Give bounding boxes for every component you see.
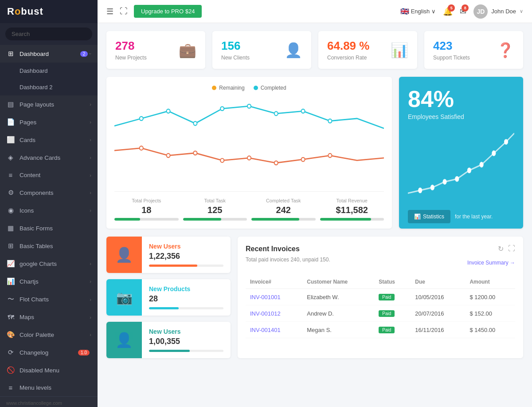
widget-content-new-users: New Users 1,22,356 bbox=[142, 237, 231, 273]
briefcase-icon: 💼 bbox=[179, 42, 196, 59]
notifications-button[interactable]: 🔔 5 bbox=[443, 7, 453, 16]
cell-invoice-id: INV-001401 bbox=[246, 322, 302, 338]
sidebar-label-basic-tables: Basic Tables bbox=[20, 243, 91, 249]
invoice-actions: ↻ ⛶ bbox=[498, 245, 515, 253]
camera-icon: 📷 bbox=[116, 290, 133, 305]
messages-button[interactable]: ✉ 8 bbox=[460, 7, 466, 16]
stat-value: 242 bbox=[251, 205, 316, 215]
sidebar-item-pages[interactable]: 📄 Pages › bbox=[0, 113, 98, 131]
progress-fill bbox=[251, 218, 299, 221]
invoice-summary-link[interactable]: Invoice Summary → bbox=[467, 260, 515, 266]
sidebar-label-maps: Maps bbox=[20, 314, 90, 320]
sidebar-item-dashboard[interactable]: ⊞ Dashboard 2 › bbox=[0, 45, 98, 63]
refresh-icon[interactable]: ↻ bbox=[498, 245, 504, 253]
disabled-icon: 🚫 bbox=[6, 366, 15, 374]
dashboard-badge: 2 bbox=[80, 51, 88, 57]
stat-cards: 278 New Projects 💼 156 New Clients 👤 64.… bbox=[106, 31, 523, 69]
stat-card-projects: 278 New Projects 💼 bbox=[106, 31, 205, 69]
widget-title-new-users-2: New Users bbox=[149, 328, 223, 335]
sidebar-item-dashboard-1[interactable]: Dashboard bbox=[0, 63, 98, 79]
statistics-button[interactable]: 📊 Statistics bbox=[408, 210, 450, 223]
chevron-icon: › bbox=[90, 315, 91, 320]
menu-toggle-icon[interactable]: ☰ bbox=[106, 7, 113, 16]
progress-bar bbox=[251, 218, 316, 221]
invoice-link[interactable]: INV-001401 bbox=[250, 327, 281, 333]
sidebar-item-flot-charts[interactable]: 〜 Flot Charts › bbox=[0, 290, 98, 308]
invoice-link[interactable]: INV-001001 bbox=[250, 294, 281, 300]
dot bbox=[247, 156, 251, 160]
satisfaction-percentage: 84% bbox=[408, 87, 514, 111]
sidebar-item-advance-cards[interactable]: ◈ Advance Cards › bbox=[0, 149, 98, 166]
sidebar-item-chartjs[interactable]: 📊 Chartjs › bbox=[0, 273, 98, 290]
sidebar-item-page-layouts[interactable]: ▤ Page layouts › bbox=[0, 95, 98, 113]
remaining-label: Remaining bbox=[219, 85, 244, 91]
cell-due: 20/07/2016 bbox=[411, 305, 465, 322]
satisfaction-description: for the last year. bbox=[455, 213, 493, 220]
stat-label: Completed Task bbox=[251, 198, 316, 203]
widget-title-new-users: New Users bbox=[149, 243, 223, 250]
widget-content-new-users-2: New Users 1,00,355 bbox=[142, 322, 231, 358]
user-menu[interactable]: JD John Doe ∨ bbox=[473, 4, 523, 19]
sidebar-item-content[interactable]: ≡ Content › bbox=[0, 166, 98, 184]
content-icon: ≡ bbox=[6, 171, 15, 179]
sidebar-label-content: Content bbox=[20, 172, 90, 178]
chartjs-icon: 📊 bbox=[6, 277, 15, 285]
sidebar-label-dashboard-1: Dashboard bbox=[20, 67, 91, 74]
sidebar-item-color-palette[interactable]: 🎨 Color Palette › bbox=[0, 326, 98, 344]
sidebar-item-menu-levels[interactable]: ≡ Menu levels bbox=[0, 379, 98, 396]
dot bbox=[419, 188, 422, 193]
progress-bar bbox=[320, 218, 384, 221]
dot bbox=[247, 104, 251, 108]
sidebar-item-google-charts[interactable]: 📈 google Charts › bbox=[0, 255, 98, 273]
col-amount: Amount bbox=[465, 275, 515, 289]
bottom-section: 👤 New Users 1,22,356 📷 bbox=[106, 237, 523, 358]
dot bbox=[274, 161, 278, 165]
sidebar-item-icons[interactable]: ◉ Icons › bbox=[0, 202, 98, 219]
sidebar-item-disabled-menu[interactable]: 🚫 Disabled Menu bbox=[0, 361, 98, 379]
cell-status: Paid bbox=[374, 322, 411, 338]
search-input[interactable] bbox=[5, 28, 92, 40]
dot bbox=[220, 158, 224, 162]
stat-value: $11,582 bbox=[320, 205, 384, 215]
sidebar-item-changelog[interactable]: ⟳ Changelog 1.0 bbox=[0, 344, 98, 361]
widget-icon-new-users-2: 👤 bbox=[106, 322, 142, 358]
dot bbox=[193, 122, 197, 126]
invoice-link[interactable]: INV-001012 bbox=[250, 310, 281, 317]
sidebar-item-basic-forms[interactable]: ▦ Basic Forms bbox=[0, 219, 98, 237]
progress-fill bbox=[183, 218, 222, 221]
invoice-tbody: INV-001001 Elizabeth W. Paid 10/05/2016 … bbox=[246, 289, 515, 338]
status-badge: Paid bbox=[379, 294, 395, 300]
google-charts-icon: 📈 bbox=[6, 260, 15, 268]
color-palette-icon: 🎨 bbox=[6, 331, 15, 339]
lang-chevron-icon: ∨ bbox=[431, 8, 436, 15]
dot bbox=[301, 109, 305, 113]
table-row: INV-001001 Elizabeth W. Paid 10/05/2016 … bbox=[246, 289, 515, 305]
sidebar-item-basic-tables[interactable]: ⊞ Basic Tables bbox=[0, 237, 98, 255]
widget-progress-new-users-2 bbox=[149, 350, 223, 352]
sidebar-item-maps[interactable]: 🗺 Maps › bbox=[0, 308, 98, 326]
sidebar-item-dashboard-2[interactable]: Dashboard 2 bbox=[0, 79, 98, 95]
logo[interactable]: Robust bbox=[0, 0, 98, 23]
language-selector[interactable]: 🇬🇧 English ∨ bbox=[400, 7, 436, 16]
sidebar-item-cards[interactable]: ⬜ Cards › bbox=[0, 131, 98, 149]
expand-icon[interactable]: ⛶ bbox=[120, 7, 128, 16]
sidebar-label-components: Components bbox=[20, 190, 90, 196]
dot bbox=[167, 154, 170, 158]
invoice-card: Recent Invoices ↻ ⛶ Total paid invoices … bbox=[238, 237, 523, 358]
satisfaction-svg bbox=[408, 125, 514, 205]
completed-label: Completed bbox=[261, 85, 286, 91]
changelog-icon: ⟳ bbox=[6, 348, 15, 356]
progress-fill bbox=[149, 350, 190, 352]
stat-value-conversion: 64.89 % bbox=[327, 39, 369, 53]
upgrade-button[interactable]: Upgrade to PRO $24 bbox=[134, 5, 202, 18]
sidebar-item-components[interactable]: ⚙ Components › bbox=[0, 184, 98, 202]
stat-label: Total Revenue bbox=[320, 198, 384, 203]
expand-table-icon[interactable]: ⛶ bbox=[508, 245, 515, 253]
sidebar-footer: www.christiancollege.com bbox=[0, 396, 98, 407]
icons-icon: ◉ bbox=[6, 206, 15, 214]
table-header-row: Invoice# Customer Name Status Due Amount bbox=[246, 275, 515, 289]
legend-remaining: Remaining bbox=[212, 85, 244, 91]
dot bbox=[443, 179, 446, 184]
invoice-header: Recent Invoices ↻ ⛶ bbox=[246, 245, 515, 253]
content-area: 278 New Projects 💼 156 New Clients 👤 64.… bbox=[98, 23, 532, 407]
